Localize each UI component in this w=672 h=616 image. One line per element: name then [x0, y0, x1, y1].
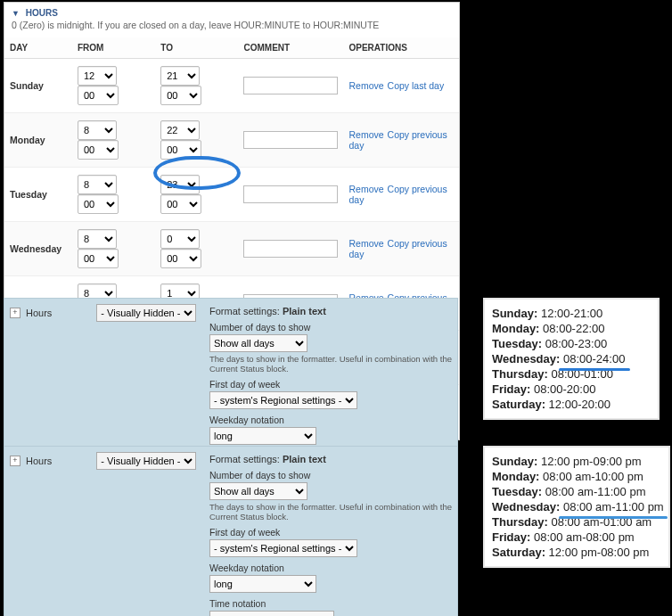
output-line: Tuesday: 08:00-23:00 — [492, 337, 651, 350]
num-days-label: Number of days to show — [209, 470, 452, 480]
output-line: Monday: 08:00-22:00 — [492, 322, 651, 335]
comment-input[interactable] — [243, 240, 338, 258]
visibility-select[interactable]: - Visually Hidden - — [96, 304, 196, 322]
from-cell: 12 00 — [72, 59, 155, 113]
first-day-select[interactable]: - system's Regional settings - — [209, 391, 357, 409]
time-notation-select[interactable]: 12 hour time (9:00 am) — [209, 611, 334, 616]
output-time: 08:00-20:00 — [534, 382, 595, 396]
output-day: Sunday: — [492, 307, 537, 320]
hours-row: Sunday12 0021 00RemoveCopy last day — [4, 59, 459, 113]
remove-link[interactable]: Remove — [348, 238, 383, 249]
col-ops: OPERATIONS — [343, 37, 459, 59]
from-minute-select[interactable]: 00 — [78, 140, 119, 160]
num-days-label: Number of days to show — [209, 322, 452, 333]
ops-cell: RemoveCopy last day — [343, 59, 459, 113]
to-minute-select[interactable]: 00 — [160, 249, 201, 268]
output-line: Tuesday: 08:00 am-11:00 pm — [492, 485, 661, 498]
output-day: Friday: — [492, 530, 530, 544]
output-time: 08:00-23:00 — [545, 337, 607, 350]
comment-input[interactable] — [243, 77, 338, 94]
num-days-select[interactable]: Show all days — [209, 334, 307, 352]
comment-input[interactable] — [243, 185, 338, 203]
to-cell: 21 00 — [155, 59, 238, 113]
comment-cell — [238, 59, 343, 113]
hours-row: Monday8 0022 00RemoveCopy previous day — [4, 113, 459, 168]
output-time: 08:00-01:00 — [551, 367, 612, 381]
remove-link[interactable]: Remove — [348, 129, 383, 140]
from-hour-select[interactable]: 8 — [78, 229, 117, 249]
expand-icon[interactable]: + — [10, 456, 20, 466]
output-line: Friday: 08:00-20:00 — [492, 382, 651, 396]
to-hour-select[interactable]: 23 — [160, 175, 200, 194]
to-hour-select[interactable]: 22 — [160, 120, 200, 140]
ops-cell: RemoveCopy previous day — [343, 113, 459, 168]
expand-icon[interactable]: + — [10, 308, 20, 318]
ops-cell: RemoveCopy previous day — [343, 168, 459, 222]
to-minute-select[interactable]: 00 — [160, 86, 201, 105]
format-settings-label: Format settings: — [209, 454, 280, 464]
remove-link[interactable]: Remove — [348, 80, 383, 91]
to-minute-select[interactable]: 00 — [160, 194, 201, 214]
from-minute-select[interactable]: 00 — [78, 249, 119, 268]
output-day: Thursday: — [492, 515, 548, 529]
output-time: 08:00 am-08:00 pm — [534, 530, 635, 544]
output-line: Thursday: 08:00-01:00 — [492, 367, 651, 381]
weekday-notation-label: Weekday notation — [209, 563, 452, 573]
output-time: 12:00 pm-09:00 pm — [541, 455, 642, 468]
comment-cell — [238, 113, 343, 168]
from-hour-select[interactable]: 8 — [78, 120, 117, 140]
time-notation-label: Time notation — [209, 598, 452, 609]
output-time: 08:00-24:00 — [563, 352, 625, 365]
to-minute-select[interactable]: 00 — [160, 140, 201, 160]
caret-down-icon: ▼ — [12, 9, 20, 18]
col-from: FROM — [72, 37, 155, 59]
output-line: Wednesday: 08:00-24:00 — [492, 352, 651, 365]
num-days-select[interactable]: Show all days — [209, 482, 307, 500]
num-days-help: The days to show in the formatter. Usefu… — [209, 502, 452, 522]
field-label: Hours — [26, 308, 52, 318]
output-line: Sunday: 12:00 pm-09:00 pm — [492, 455, 661, 468]
comment-cell — [238, 222, 343, 276]
visibility-select[interactable]: - Visually Hidden - — [96, 452, 196, 470]
output-time: 08:00 am-11:00 pm — [563, 500, 664, 513]
output-time: 08:00-22:00 — [543, 322, 604, 335]
remove-link[interactable]: Remove — [348, 184, 383, 194]
hours-toggle[interactable]: ▼ HOURS — [4, 3, 459, 18]
format-settings-label: Format settings: — [209, 306, 280, 316]
output-day: Saturday: — [492, 398, 545, 411]
output-line: Thursday: 08:00 am-01:00 am — [492, 515, 661, 529]
hours-row: Tuesday8 0023 00RemoveCopy previous day — [4, 168, 459, 222]
first-day-select[interactable]: - system's Regional settings - — [209, 539, 357, 557]
comment-cell — [238, 168, 343, 222]
day-label: Sunday — [4, 59, 72, 113]
from-minute-select[interactable]: 00 — [78, 194, 119, 214]
weekday-notation-select[interactable]: long — [209, 427, 316, 445]
day-label: Monday — [4, 113, 72, 168]
from-hour-select[interactable]: 8 — [78, 175, 117, 194]
first-day-label: First day of week — [209, 527, 452, 538]
to-hour-select[interactable]: 21 — [160, 66, 200, 86]
to-cell: 0 00 — [155, 222, 238, 276]
first-day-label: First day of week — [209, 379, 452, 390]
to-hour-select[interactable]: 0 — [160, 229, 200, 249]
from-hour-select[interactable]: 12 — [78, 66, 117, 86]
output-time: 08:00 am-11:00 pm — [545, 485, 646, 498]
output-time: 08:00 am-10:00 pm — [543, 470, 643, 483]
col-comment: COMMENT — [238, 37, 343, 59]
output-line: Monday: 08:00 am-10:00 pm — [492, 470, 661, 483]
comment-input[interactable] — [243, 131, 338, 149]
day-label: Tuesday — [4, 168, 72, 222]
output-day: Friday: — [492, 382, 530, 396]
output-time: 08:00 am-01:00 am — [551, 515, 652, 529]
hours-row: Wednesday8 000 00RemoveCopy previous day — [4, 222, 459, 276]
output-time: 12:00 pm-08:00 pm — [549, 546, 650, 559]
from-cell: 8 00 — [72, 222, 155, 276]
from-minute-select[interactable]: 00 — [78, 86, 119, 105]
copy-link[interactable]: Copy last day — [388, 80, 445, 91]
to-cell: 23 00 — [155, 168, 238, 222]
weekday-notation-select[interactable]: long — [209, 575, 316, 593]
day-label: Wednesday — [4, 222, 72, 276]
output-line: Saturday: 12:00-20:00 — [492, 398, 651, 411]
output-line: Friday: 08:00 am-08:00 pm — [492, 530, 661, 544]
hours-hint: 0 (Zero) is midnight. If you are closed … — [4, 18, 459, 37]
